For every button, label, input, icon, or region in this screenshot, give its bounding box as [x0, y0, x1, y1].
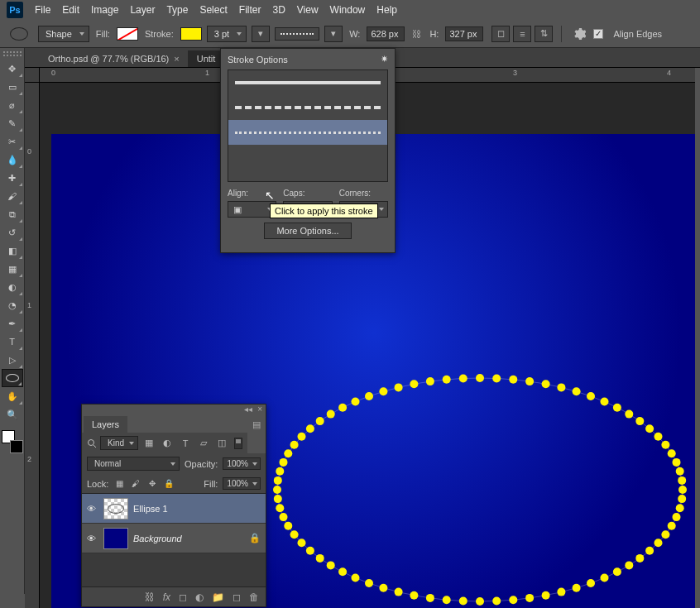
ellipse-shape[interactable] [273, 374, 687, 606]
layer-fx-icon[interactable]: fx [163, 591, 170, 603]
menu-select[interactable]: Select [199, 4, 227, 16]
layer-thumbnail[interactable] [103, 528, 128, 549]
close-icon[interactable]: × [174, 54, 179, 64]
svg-point-69 [635, 417, 644, 425]
menu-file[interactable]: File [35, 4, 50, 16]
stroke-solid-option[interactable] [228, 70, 387, 95]
svg-point-28 [352, 574, 360, 582]
color-swatches[interactable] [2, 430, 23, 453]
panel-grip[interactable] [3, 51, 22, 56]
gear-icon[interactable] [570, 26, 588, 42]
align-edges-checkbox[interactable] [593, 29, 603, 39]
stroke-width-dropdown[interactable]: 3 pt [207, 26, 247, 42]
tool-preset-ellipse-icon[interactable] [10, 27, 28, 41]
dodge-tool[interactable]: ◔ [2, 296, 23, 314]
svg-point-66 [601, 398, 609, 406]
filter-adjustment-icon[interactable]: ◐ [160, 437, 175, 450]
lock-position-icon[interactable]: ✥ [146, 478, 158, 490]
blur-tool[interactable]: ◐ [2, 278, 23, 296]
menu-type[interactable]: Type [166, 4, 188, 16]
layer-thumbnail[interactable] [103, 498, 128, 519]
path-arrangement-icon[interactable]: ⇅ [535, 26, 553, 42]
healing-tool[interactable]: ✚ [2, 169, 23, 187]
document-tab[interactable]: Ortho.psd @ 77.7% (RGB/16) × [40, 50, 189, 67]
stroke-type-arrow[interactable]: ▾ [324, 26, 343, 42]
layers-panel[interactable]: ◂◂ × Layers ▤ Kind ▦ ◐ T ▱ ◫ Normal Opac… [81, 404, 266, 607]
history-brush-tool[interactable]: ↺ [2, 223, 23, 242]
menu-layer[interactable]: Layer [130, 4, 155, 16]
filter-kind-dropdown[interactable]: Kind [100, 436, 138, 450]
ruler-vertical[interactable]: 0 1 2 3 [25, 83, 40, 608]
filter-smart-icon[interactable]: ◫ [214, 437, 229, 450]
filter-toggle[interactable] [234, 438, 242, 449]
path-select-tool[interactable]: ▷ [2, 351, 23, 369]
delete-layer-icon[interactable]: 🗑 [249, 591, 259, 603]
lasso-tool[interactable]: ⌀ [2, 96, 23, 114]
menu-image[interactable]: Image [91, 4, 118, 16]
stamp-tool[interactable]: ⧉ [2, 205, 23, 223]
blend-mode-dropdown[interactable]: Normal [87, 457, 180, 471]
stroke-type-dropdown[interactable] [275, 27, 319, 41]
close-panel-icon[interactable]: × [257, 405, 262, 416]
filter-type-icon[interactable]: T [178, 437, 193, 450]
menu-edit[interactable]: Edit [62, 4, 79, 16]
fill-label: Fill: [204, 479, 218, 489]
filter-shape-icon[interactable]: ▱ [196, 437, 211, 450]
layer-name[interactable]: Background [133, 534, 182, 543]
collapse-icon[interactable]: ◂◂ [244, 405, 252, 416]
menu-view[interactable]: View [297, 4, 319, 16]
marquee-tool[interactable]: ▭ [2, 78, 23, 96]
visibility-icon[interactable]: 👁 [87, 504, 98, 514]
adjustment-layer-icon[interactable]: ◐ [195, 591, 204, 603]
panel-menu-icon[interactable]: ▤ [247, 416, 266, 433]
eyedropper-tool[interactable]: 💧 [2, 151, 23, 169]
svg-point-46 [306, 424, 314, 433]
ellipse-tool[interactable] [2, 369, 23, 387]
fill-swatch[interactable] [117, 27, 138, 41]
link-wh-icon[interactable]: ⛓ [410, 29, 423, 39]
background-color[interactable] [10, 440, 23, 453]
stroke-dotted-option[interactable] [228, 120, 387, 145]
crop-tool[interactable]: ✂ [2, 132, 23, 151]
stroke-swatch[interactable] [180, 27, 202, 41]
link-layers-icon[interactable]: ⛓ [145, 591, 155, 603]
stroke-dashed-option[interactable] [228, 95, 387, 120]
hand-tool[interactable]: ✋ [2, 387, 23, 405]
eraser-tool[interactable]: ◧ [2, 242, 23, 260]
stroke-width-arrow[interactable]: ▾ [252, 26, 270, 42]
width-input[interactable]: 628 px [367, 26, 405, 41]
path-operations-icon[interactable]: ◻ [491, 26, 510, 42]
layer-group-icon[interactable]: 📁 [212, 591, 224, 603]
visibility-icon[interactable]: 👁 [87, 534, 98, 543]
height-input[interactable]: 327 px [445, 26, 483, 41]
more-options-button[interactable]: More Options... [264, 223, 351, 239]
lock-transparency-icon[interactable]: ▦ [113, 478, 125, 490]
path-alignment-icon[interactable]: ≡ [513, 26, 531, 42]
pen-tool[interactable]: ✒ [2, 314, 23, 333]
opacity-input[interactable]: 100% [223, 457, 261, 470]
shape-mode-dropdown[interactable]: Shape [38, 26, 89, 42]
layer-name[interactable]: Ellipse 1 [133, 504, 168, 514]
new-layer-icon[interactable]: ◻ [233, 591, 241, 603]
lock-all-icon[interactable]: 🔒 [163, 478, 175, 490]
type-tool[interactable]: T [2, 333, 23, 351]
layers-tab[interactable]: Layers [84, 416, 127, 433]
document-tab-active[interactable]: Untit [189, 50, 225, 67]
panel-gear-icon[interactable]: ✷ [381, 54, 388, 65]
lock-icon[interactable]: 🔒 [249, 533, 261, 543]
brush-tool[interactable]: 🖌 [2, 187, 23, 205]
gradient-tool[interactable]: ▦ [2, 260, 23, 278]
layer-row[interactable]: 👁 Background 🔒 [82, 524, 266, 553]
menu-window[interactable]: Window [330, 4, 366, 16]
zoom-tool[interactable]: 🔍 [2, 405, 23, 424]
menu-help[interactable]: Help [376, 4, 397, 16]
quick-select-tool[interactable]: ✎ [2, 114, 23, 132]
layer-mask-icon[interactable]: ◻ [179, 591, 187, 603]
menu-filter[interactable]: Filter [239, 4, 261, 16]
layer-row[interactable]: 👁 Ellipse 1 [82, 494, 266, 524]
menu-3d[interactable]: 3D [272, 4, 285, 16]
move-tool[interactable]: ✥ [2, 60, 23, 78]
filter-pixel-icon[interactable]: ▦ [141, 437, 156, 450]
lock-pixels-icon[interactable]: 🖌 [130, 478, 141, 490]
fill-input[interactable]: 100% [223, 477, 261, 490]
